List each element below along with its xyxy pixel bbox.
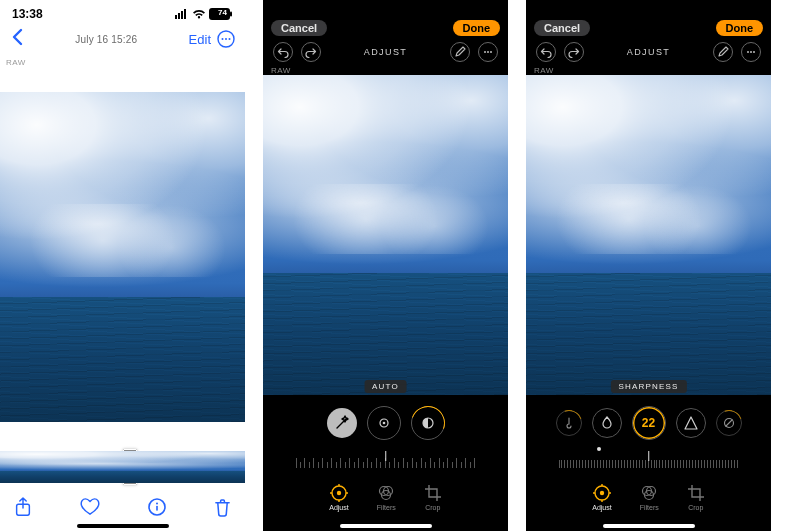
home-indicator[interactable] bbox=[603, 524, 695, 528]
value-slider[interactable] bbox=[263, 449, 508, 473]
sharpness-value: 22 bbox=[642, 416, 655, 430]
photos-viewer-screen: 13:38 74 July 16 15:26 Edit RAW bbox=[0, 0, 245, 531]
nav-bar: July 16 15:26 Edit bbox=[0, 24, 245, 54]
status-time: 13:38 bbox=[12, 7, 43, 21]
noise-dial[interactable] bbox=[716, 410, 742, 436]
tab-filters[interactable]: Filters bbox=[640, 484, 659, 511]
thumbnail-selected[interactable] bbox=[123, 449, 137, 485]
svg-point-15 bbox=[487, 51, 489, 53]
more-icon[interactable] bbox=[217, 30, 235, 48]
photo-preview[interactable]: SHARPNESS bbox=[526, 75, 771, 395]
tab-filters[interactable]: Filters bbox=[377, 484, 396, 511]
edit-tabbar: Adjust Filters Crop bbox=[263, 475, 508, 519]
tab-crop-label: Crop bbox=[688, 504, 703, 511]
svg-point-21 bbox=[337, 490, 341, 494]
edit-subnav: ADJUST bbox=[263, 38, 508, 62]
edit-button[interactable]: Edit bbox=[189, 32, 211, 47]
redo-button[interactable] bbox=[564, 42, 584, 62]
crop-icon bbox=[424, 484, 442, 502]
cancel-button[interactable]: Cancel bbox=[271, 20, 327, 36]
section-title: ADJUST bbox=[364, 47, 407, 57]
svg-point-7 bbox=[222, 38, 224, 40]
tab-crop[interactable]: Crop bbox=[687, 484, 705, 511]
raw-badge: RAW bbox=[526, 62, 771, 75]
svg-point-14 bbox=[484, 51, 486, 53]
photo-preview[interactable] bbox=[0, 92, 245, 422]
exposure-icon bbox=[376, 415, 392, 431]
tab-filters-label: Filters bbox=[377, 504, 396, 511]
redo-button[interactable] bbox=[301, 42, 321, 62]
tab-adjust-label: Adjust bbox=[592, 504, 611, 511]
photo-date: July 16 15:26 bbox=[75, 34, 137, 45]
status-right: 74 bbox=[175, 8, 233, 20]
svg-rect-1 bbox=[178, 13, 180, 19]
undo-button[interactable] bbox=[536, 42, 556, 62]
redo-icon bbox=[568, 46, 580, 58]
edit-screen-auto: Cancel Done ADJUST RAW AUTO bbox=[263, 0, 508, 531]
svg-point-8 bbox=[225, 38, 227, 40]
home-indicator[interactable] bbox=[77, 524, 169, 528]
slider-indicator bbox=[648, 451, 650, 461]
status-bar: 13:38 74 bbox=[0, 0, 245, 24]
wand-icon bbox=[334, 415, 350, 431]
param-label: AUTO bbox=[364, 380, 407, 393]
done-button[interactable]: Done bbox=[453, 20, 501, 36]
markup-icon bbox=[454, 46, 466, 58]
share-icon[interactable] bbox=[14, 497, 32, 517]
tint-dial[interactable] bbox=[592, 408, 622, 438]
svg-point-18 bbox=[382, 422, 385, 425]
slider-origin-dot bbox=[597, 447, 601, 451]
markup-icon bbox=[717, 46, 729, 58]
bottom-toolbar bbox=[0, 489, 245, 525]
trash-icon[interactable] bbox=[214, 498, 231, 517]
tab-filters-label: Filters bbox=[640, 504, 659, 511]
more-button[interactable] bbox=[741, 42, 761, 62]
thumbnail-strip[interactable] bbox=[0, 451, 245, 483]
svg-point-29 bbox=[747, 51, 749, 53]
tint-icon bbox=[600, 416, 614, 430]
more-icon bbox=[482, 46, 494, 58]
adjust-dials: 22 bbox=[526, 397, 771, 449]
exposure-dial[interactable] bbox=[367, 406, 401, 440]
svg-rect-2 bbox=[181, 11, 183, 19]
param-label: SHARPNESS bbox=[610, 380, 686, 393]
undo-button[interactable] bbox=[273, 42, 293, 62]
brilliance-dial[interactable] bbox=[411, 406, 445, 440]
undo-icon bbox=[540, 46, 552, 58]
photo-preview[interactable]: AUTO bbox=[263, 75, 508, 395]
section-title: ADJUST bbox=[627, 47, 670, 57]
svg-rect-5 bbox=[230, 12, 232, 17]
definition-icon bbox=[684, 416, 698, 430]
home-indicator[interactable] bbox=[340, 524, 432, 528]
markup-button[interactable] bbox=[450, 42, 470, 62]
back-button[interactable] bbox=[10, 28, 24, 50]
markup-button[interactable] bbox=[713, 42, 733, 62]
tab-adjust[interactable]: Adjust bbox=[329, 484, 348, 511]
info-icon[interactable] bbox=[148, 498, 166, 516]
sharpness-dial[interactable]: 22 bbox=[632, 406, 666, 440]
svg-point-16 bbox=[490, 51, 492, 53]
done-button[interactable]: Done bbox=[716, 20, 764, 36]
more-button[interactable] bbox=[478, 42, 498, 62]
svg-point-9 bbox=[229, 38, 231, 40]
chevron-left-icon bbox=[10, 28, 24, 46]
undo-icon bbox=[277, 46, 289, 58]
tab-crop[interactable]: Crop bbox=[424, 484, 442, 511]
redo-icon bbox=[305, 46, 317, 58]
wifi-icon bbox=[192, 9, 206, 19]
filters-icon bbox=[377, 484, 395, 502]
value-slider[interactable] bbox=[526, 449, 771, 473]
adjust-icon bbox=[593, 484, 611, 502]
tab-adjust[interactable]: Adjust bbox=[592, 484, 611, 511]
crop-icon bbox=[687, 484, 705, 502]
svg-rect-0 bbox=[175, 15, 177, 19]
tab-crop-label: Crop bbox=[425, 504, 440, 511]
warmth-dial[interactable] bbox=[556, 410, 582, 436]
svg-rect-3 bbox=[184, 9, 186, 19]
definition-dial[interactable] bbox=[676, 408, 706, 438]
adjust-icon bbox=[330, 484, 348, 502]
auto-dial[interactable] bbox=[327, 408, 357, 438]
edit-nav: Cancel Done bbox=[526, 18, 771, 38]
heart-icon[interactable] bbox=[80, 498, 100, 516]
cancel-button[interactable]: Cancel bbox=[534, 20, 590, 36]
